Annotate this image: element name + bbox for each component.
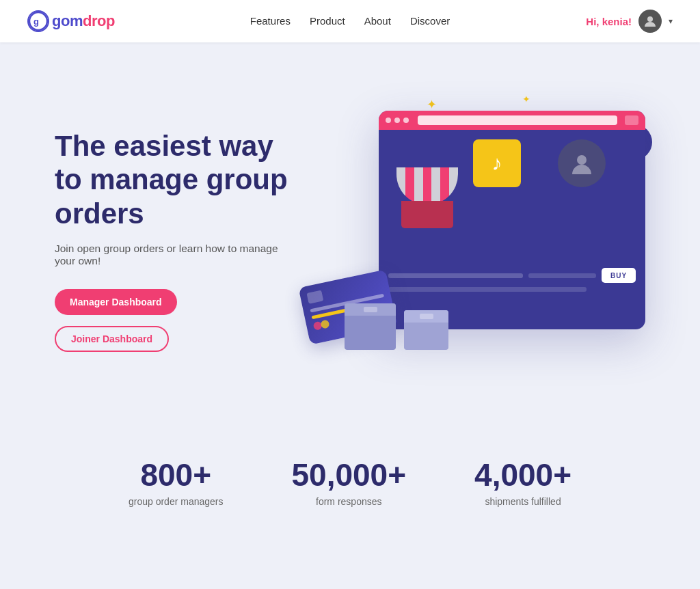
user-menu-chevron[interactable]: ▾ bbox=[669, 16, 673, 26]
card-chip bbox=[306, 290, 323, 304]
hero-subheading: Join open group orders or learn how to m… bbox=[55, 243, 290, 267]
card-dot-yellow bbox=[320, 319, 329, 329]
stat-responses-label: form responses bbox=[291, 496, 406, 507]
line-2 bbox=[528, 273, 596, 278]
browser-line-row-1: BUY bbox=[388, 268, 636, 283]
stat-shipments: 4,000+ shipments fulfilled bbox=[474, 459, 571, 507]
svg-point-3 bbox=[577, 155, 587, 165]
browser-dot-1 bbox=[386, 118, 391, 123]
hero-heading: The easiest way to manage group orders bbox=[55, 129, 290, 231]
nav-user-area: Hi, kenia! ▾ bbox=[586, 10, 673, 33]
stat-responses: 50,000+ form responses bbox=[291, 459, 406, 507]
stat-shipments-label: shipments fulfilled bbox=[474, 496, 571, 507]
nav-link-about[interactable]: About bbox=[364, 15, 391, 27]
music-card: ♪ bbox=[473, 139, 521, 187]
stat-managers: 800+ group order managers bbox=[129, 459, 224, 507]
boxes-group bbox=[345, 303, 448, 350]
line-3 bbox=[388, 287, 587, 292]
hero-illustration: ✦ ✦ ✦ ✦ ✦ ✦ bbox=[290, 90, 645, 391]
browser-content: ♪ BUY bbox=[379, 130, 645, 329]
logo-drop-text: drop bbox=[83, 12, 115, 30]
profile-icon bbox=[569, 151, 594, 176]
hero-section: The easiest way to manage group orders J… bbox=[0, 42, 700, 425]
awning-body bbox=[401, 201, 453, 228]
logo[interactable]: g gomdrop bbox=[27, 10, 115, 32]
stat-shipments-number: 4,000+ bbox=[474, 459, 571, 491]
nav-link-product[interactable]: Product bbox=[310, 15, 345, 27]
line-1 bbox=[388, 273, 523, 278]
awning-stripes bbox=[396, 167, 458, 205]
sparkle-icon-2: ✦ bbox=[522, 94, 530, 105]
stat-managers-number: 800+ bbox=[129, 459, 224, 491]
browser-menu-icon bbox=[625, 115, 638, 125]
nav-item-features[interactable]: Features bbox=[250, 15, 291, 27]
box-small bbox=[404, 310, 448, 350]
browser-window: ♪ BUY bbox=[379, 111, 645, 329]
music-icon: ♪ bbox=[492, 152, 502, 175]
nav-link-discover[interactable]: Discover bbox=[410, 15, 450, 27]
joiner-dashboard-button[interactable]: Joiner Dashboard bbox=[55, 326, 169, 352]
hero-content: The easiest way to manage group orders J… bbox=[55, 129, 290, 353]
nav-link-features[interactable]: Features bbox=[250, 15, 291, 27]
nav-item-product[interactable]: Product bbox=[310, 15, 345, 27]
nav-item-about[interactable]: About bbox=[364, 15, 391, 27]
logo-gom-text: gom bbox=[52, 12, 83, 30]
avatar[interactable] bbox=[638, 10, 662, 33]
navbar: g gomdrop Features Product About Discove… bbox=[0, 0, 700, 42]
stat-responses-number: 50,000+ bbox=[291, 459, 406, 491]
nav-item-discover[interactable]: Discover bbox=[410, 15, 450, 27]
svg-text:g: g bbox=[33, 16, 39, 27]
browser-bar bbox=[379, 111, 645, 130]
manager-dashboard-button[interactable]: Manager Dashboard bbox=[55, 289, 177, 315]
browser-dot-3 bbox=[403, 118, 409, 123]
buy-button: BUY bbox=[602, 268, 636, 283]
greeting-text: Hi, kenia! bbox=[586, 16, 632, 27]
nav-links: Features Product About Discover bbox=[250, 15, 450, 27]
browser-dot-2 bbox=[394, 118, 400, 123]
stat-managers-label: group order managers bbox=[129, 496, 224, 507]
stats-section: 800+ group order managers 50,000+ form r… bbox=[0, 425, 700, 548]
shop-area bbox=[388, 139, 466, 256]
browser-search-bar bbox=[418, 115, 617, 125]
box-large bbox=[345, 303, 396, 350]
logo-circle: g bbox=[27, 10, 49, 32]
svg-point-2 bbox=[647, 16, 653, 22]
hero-buttons: Manager Dashboard Joiner Dashboard bbox=[55, 289, 290, 352]
profile-card bbox=[558, 139, 606, 187]
sparkle-icon-1: ✦ bbox=[427, 97, 437, 112]
